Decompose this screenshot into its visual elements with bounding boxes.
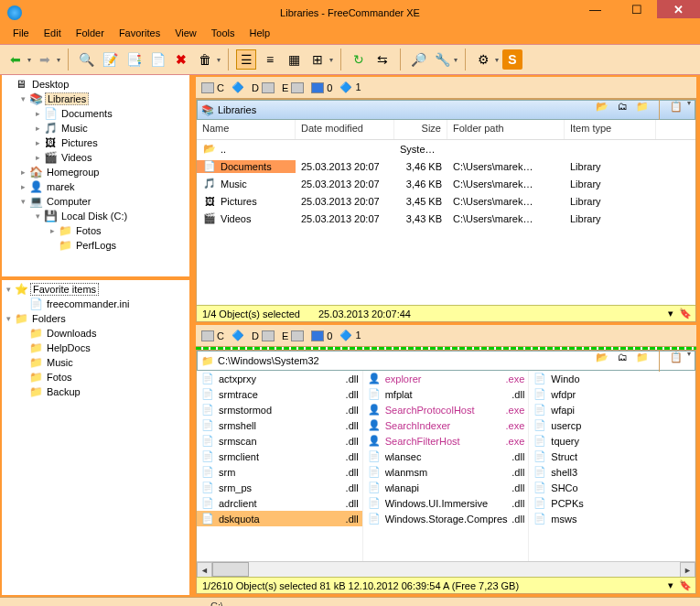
tree-node[interactable]: 📁PerfLogs	[4, 238, 188, 253]
tree-node[interactable]: ▸📄Documents	[4, 106, 188, 121]
path-bar-bottom[interactable]: 📁 C:\Windows\System32 📂 🗂 📁 📋▾	[197, 351, 695, 371]
file-row[interactable]: 📄srm.dll	[197, 464, 362, 480]
file-row[interactable]: 📄srmclient.dll	[197, 449, 362, 464]
drive-0[interactable]: 0	[311, 330, 332, 341]
tree-node[interactable]: ▸🎵Music	[4, 121, 188, 135]
folder-tree[interactable]: 🖥Desktop▾📚Libraries▸📄Documents▸🎵Music▸🖼P…	[0, 75, 191, 278]
file-row[interactable]: 📄srm_ps.dll	[197, 480, 362, 495]
drive-e[interactable]: E	[282, 82, 304, 93]
view-thumb-button[interactable]: ▦	[284, 49, 304, 70]
tree-node[interactable]: ▸🏠Homegroup	[4, 165, 188, 179]
copy-path-icon[interactable]: 📋	[669, 350, 684, 364]
tree-node[interactable]: 📁Fotos	[4, 370, 188, 384]
menu-folder[interactable]: Folder	[69, 26, 112, 44]
filter-button[interactable]: 🔖	[679, 579, 692, 591]
drive-network[interactable]: 🔷	[232, 81, 244, 93]
horizontal-scrollbar[interactable]: ◄ ►	[197, 561, 695, 577]
file-row[interactable]: 📄Documents 25.03.2013 20:07 3,46 KB C:\U…	[197, 157, 695, 175]
file-list-bottom[interactable]: 📄actxprxy.dll📄srmtrace.dll📄srmstormod.dl…	[197, 371, 695, 561]
fav-icon[interactable]: 📂	[595, 350, 609, 364]
column-headers-top[interactable]: NameDate modifiedSizeFolder pathItem typ…	[197, 120, 695, 140]
favorites-header[interactable]: Favorite items	[30, 283, 99, 296]
file-row[interactable]: 📄PCPKs	[529, 495, 695, 511]
drive-1[interactable]: 🔷 1	[339, 330, 361, 341]
scroll-thumb[interactable]	[212, 562, 249, 577]
file-row[interactable]: 📄srmstormod.dll	[197, 402, 362, 417]
view-details-button[interactable]: ☰	[236, 49, 256, 70]
file-row[interactable]: 📄wfapi	[529, 402, 695, 417]
search-button[interactable]: 🔎	[408, 49, 428, 70]
drive-c[interactable]: C	[201, 82, 224, 93]
clone-icon[interactable]: 🗂	[615, 99, 630, 114]
forward-button[interactable]: ➡	[35, 49, 55, 70]
fav-icon[interactable]: 📂	[595, 99, 609, 114]
file-row[interactable]: 👤SearchIndexer.exe	[363, 417, 529, 433]
copy-path-icon[interactable]: 📋	[669, 99, 684, 114]
file-row[interactable]: 📄msws	[529, 511, 695, 526]
minimize-button[interactable]: —	[575, 0, 616, 18]
tree-node[interactable]: 📄freecommander.ini	[4, 297, 188, 311]
drive-d[interactable]: D	[252, 330, 275, 341]
file-row[interactable]: 📄Windows.UI.Immersive.dll	[363, 495, 529, 511]
drive-1[interactable]: 🔷 1	[339, 81, 361, 93]
file-row[interactable]: 📄Windo	[529, 371, 695, 386]
filter-icon[interactable]: ▾	[668, 308, 673, 319]
menu-tools[interactable]: Tools	[204, 26, 242, 44]
tree-node[interactable]: ▾💻Computer	[4, 194, 188, 209]
file-row[interactable]: 📂.. System F…	[197, 140, 695, 157]
menu-edit[interactable]: Edit	[37, 26, 69, 44]
close-button[interactable]: ✕	[657, 0, 700, 18]
column-header[interactable]: Date modified	[296, 120, 394, 139]
file-row[interactable]: 📄wlansec.dll	[363, 449, 529, 464]
tree-node[interactable]: ▾💾Local Disk (C:)	[4, 209, 188, 223]
edit-button[interactable]: 📝	[100, 49, 120, 70]
view-list-button[interactable]: ≡	[260, 49, 280, 70]
wipe-button[interactable]: 🗑	[195, 49, 215, 70]
history-icon[interactable]: 📁	[635, 350, 650, 364]
file-row[interactable]: 📄Struct	[529, 449, 695, 464]
file-row[interactable]: 👤SearchFilterHost.exe	[363, 433, 529, 449]
file-row[interactable]: 📄tquery	[529, 433, 695, 449]
file-row[interactable]: 📄mfplat.dll	[363, 386, 529, 402]
menu-view[interactable]: View	[167, 26, 204, 44]
file-row[interactable]: 📄wfdpr	[529, 386, 695, 402]
tools-button[interactable]: 🔧	[432, 49, 452, 70]
file-row[interactable]: 🎬Videos 25.03.2013 20:07 3,43 KB C:\User…	[197, 210, 695, 227]
file-row[interactable]: 📄srmscan.dll	[197, 433, 362, 449]
tree-node[interactable]: ▸🖼Pictures	[4, 135, 188, 150]
file-row[interactable]: 👤explorer.exe	[363, 371, 529, 386]
maximize-button[interactable]: ☐	[616, 0, 657, 18]
file-list-top[interactable]: 📂.. System F… 📄Documents 25.03.2013 20:0…	[197, 140, 695, 305]
tree-node[interactable]: ▸📁Fotos	[4, 223, 188, 238]
file-row[interactable]: 📄shell3	[529, 464, 695, 480]
column-header[interactable]: Name	[197, 120, 296, 139]
view-tree-button[interactable]: ⊞	[307, 49, 328, 70]
tree-node[interactable]: 📁Downloads	[4, 326, 188, 341]
tree-node[interactable]: ▾📁Folders	[4, 311, 188, 326]
refresh-button[interactable]: ↻	[349, 49, 369, 70]
tree-node[interactable]: 📁HelpDocs	[4, 341, 188, 355]
tree-node[interactable]: ▾📚Libraries	[4, 92, 188, 106]
tree-node[interactable]: ▸👤marek	[4, 179, 188, 194]
view-button[interactable]: 🔍	[76, 49, 96, 70]
scroll-right-button[interactable]: ►	[680, 562, 695, 578]
column-header[interactable]: Folder path	[447, 120, 565, 139]
settings-button[interactable]: ⚙	[473, 49, 493, 70]
drive-d[interactable]: D	[252, 82, 275, 93]
tree-node[interactable]: 📁Backup	[4, 384, 188, 399]
file-row[interactable]: 🖼Pictures 25.03.2013 20:07 3,45 KB C:\Us…	[197, 192, 695, 210]
menu-favorites[interactable]: Favorites	[112, 26, 167, 44]
file-row[interactable]: 📄srmtrace.dll	[197, 386, 362, 402]
tree-node[interactable]: 📁Music	[4, 355, 188, 370]
favorites-tree[interactable]: ▾⭐Favorite items 📄freecommander.ini▾📁Fol…	[0, 278, 191, 597]
file-row[interactable]: 📄wlanmsm.dll	[363, 464, 529, 480]
file-row[interactable]: 📄srmshell.dll	[197, 417, 362, 433]
column-header[interactable]: Size	[394, 120, 447, 139]
file-row[interactable]: 📄SHCo	[529, 480, 695, 495]
drive-e[interactable]: E	[282, 330, 304, 341]
file-row[interactable]: 📄actxprxy.dll	[197, 371, 362, 386]
drive-network[interactable]: 🔷	[232, 330, 244, 341]
column-header[interactable]: Item type	[565, 120, 656, 139]
sync-button[interactable]: ⇆	[372, 49, 393, 70]
tree-node[interactable]: ▸🎬Videos	[4, 150, 188, 165]
